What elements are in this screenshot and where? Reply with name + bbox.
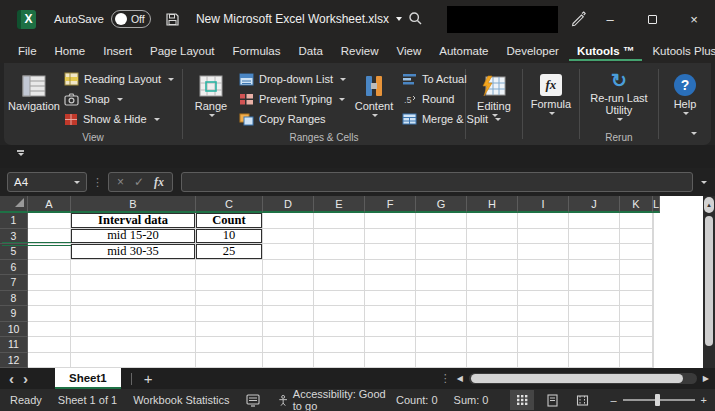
save-icon[interactable] bbox=[165, 12, 180, 27]
column-header-K[interactable]: K bbox=[620, 196, 653, 213]
cell-G5[interactable] bbox=[416, 244, 467, 260]
cancel-entry-icon[interactable]: × bbox=[117, 175, 124, 189]
cell-A5[interactable] bbox=[28, 244, 71, 260]
cell-K9[interactable] bbox=[620, 306, 653, 322]
cell-I3[interactable] bbox=[518, 229, 569, 245]
zoom-in-button[interactable]: + bbox=[701, 394, 707, 406]
row-header-1[interactable]: 1 bbox=[0, 213, 28, 229]
range-button[interactable]: Range bbox=[187, 72, 235, 119]
cell-D3[interactable] bbox=[263, 229, 314, 245]
tab-review[interactable]: Review bbox=[333, 41, 387, 61]
cell-J8[interactable] bbox=[569, 291, 620, 307]
cell-C5[interactable]: 25 bbox=[196, 244, 263, 260]
expand-formula-bar-chevron[interactable] bbox=[701, 181, 707, 184]
column-header-F[interactable]: F bbox=[365, 196, 416, 213]
show-quick-access-toolbar-icon[interactable] bbox=[14, 150, 26, 156]
grip-icon[interactable]: ⋮ bbox=[440, 372, 451, 385]
cell-G3[interactable] bbox=[416, 229, 467, 245]
copy-ranges-button[interactable]: Copy Ranges bbox=[239, 111, 346, 127]
cell-I8[interactable] bbox=[518, 291, 569, 307]
cell-A9[interactable] bbox=[28, 306, 71, 322]
cell-I11[interactable] bbox=[518, 337, 569, 353]
cell-G1[interactable] bbox=[416, 213, 467, 229]
cell-G8[interactable] bbox=[416, 291, 467, 307]
cell-D1[interactable] bbox=[263, 213, 314, 229]
cell-B10[interactable] bbox=[71, 322, 196, 338]
scroll-up-icon[interactable]: ▲ bbox=[704, 197, 714, 213]
dropdown-list-button[interactable]: Drop-down List bbox=[239, 71, 346, 87]
navigation-button[interactable]: Navigation bbox=[8, 72, 60, 114]
cell-L10[interactable] bbox=[653, 322, 654, 338]
row-header-11[interactable]: 11 bbox=[0, 337, 28, 353]
formula-input[interactable] bbox=[181, 172, 693, 192]
status-sheet-count[interactable]: Sheet 1 of 1 bbox=[58, 394, 117, 406]
document-title[interactable]: New Microsoft Excel Worksheet.xlsx bbox=[196, 12, 402, 26]
cell-E1[interactable] bbox=[314, 213, 365, 229]
search-icon[interactable] bbox=[408, 11, 423, 26]
horizontal-scrollbar[interactable] bbox=[469, 373, 697, 384]
cell-I5[interactable] bbox=[518, 244, 569, 260]
cell-F3[interactable] bbox=[365, 229, 416, 245]
cell-E6[interactable] bbox=[314, 260, 365, 276]
prevent-typing-button[interactable]: Prevent Typing bbox=[239, 91, 346, 107]
cell-B11[interactable] bbox=[71, 337, 196, 353]
cell-K3[interactable] bbox=[620, 229, 653, 245]
snap-button[interactable]: Snap bbox=[64, 91, 174, 107]
cell-J11[interactable] bbox=[569, 337, 620, 353]
workbook-statistics-button[interactable]: Workbook Statistics bbox=[133, 394, 229, 406]
horizontal-scroll-thumb[interactable] bbox=[471, 374, 683, 383]
formula-button[interactable]: fx Formula bbox=[527, 72, 575, 117]
cell-A12[interactable] bbox=[28, 353, 71, 369]
cell-C8[interactable] bbox=[196, 291, 263, 307]
cell-B9[interactable] bbox=[71, 306, 196, 322]
cell-F5[interactable] bbox=[365, 244, 416, 260]
cell-K10[interactable] bbox=[620, 322, 653, 338]
cell-B1[interactable]: Interval data bbox=[71, 213, 196, 229]
cell-L1[interactable] bbox=[653, 213, 654, 229]
cell-J12[interactable] bbox=[569, 353, 620, 369]
zoom-slider[interactable] bbox=[623, 399, 695, 401]
cell-F6[interactable] bbox=[365, 260, 416, 276]
cell-A10[interactable] bbox=[28, 322, 71, 338]
cell-D7[interactable] bbox=[263, 275, 314, 291]
cell-F8[interactable] bbox=[365, 291, 416, 307]
cell-D8[interactable] bbox=[263, 291, 314, 307]
tab-insert[interactable]: Insert bbox=[95, 41, 140, 61]
cell-H7[interactable] bbox=[467, 275, 518, 291]
add-sheet-button[interactable]: + bbox=[132, 370, 165, 387]
cell-B5[interactable]: mid 30-35 bbox=[71, 244, 196, 260]
cell-B8[interactable] bbox=[71, 291, 196, 307]
cell-H9[interactable] bbox=[467, 306, 518, 322]
editing-button[interactable]: Editing bbox=[470, 72, 518, 119]
vertical-scroll-thumb[interactable] bbox=[705, 216, 713, 346]
cell-E8[interactable] bbox=[314, 291, 365, 307]
row-header-9[interactable]: 9 bbox=[0, 306, 28, 322]
grip-icon[interactable]: ⋮ bbox=[92, 176, 103, 189]
cell-F11[interactable] bbox=[365, 337, 416, 353]
tab-formulas[interactable]: Formulas bbox=[225, 41, 289, 61]
cell-J1[interactable] bbox=[569, 213, 620, 229]
cell-A11[interactable] bbox=[28, 337, 71, 353]
cell-C3[interactable]: 10 bbox=[196, 229, 263, 245]
scroll-right-icon[interactable]: ▶ bbox=[703, 374, 709, 383]
cell-H3[interactable] bbox=[467, 229, 518, 245]
cell-I9[interactable] bbox=[518, 306, 569, 322]
reading-layout-button[interactable]: Reading Layout bbox=[64, 71, 174, 87]
column-header-H[interactable]: H bbox=[467, 196, 518, 213]
cell-K6[interactable] bbox=[620, 260, 653, 276]
cell-E5[interactable] bbox=[314, 244, 365, 260]
cell-C10[interactable] bbox=[196, 322, 263, 338]
cell-J9[interactable] bbox=[569, 306, 620, 322]
help-button[interactable]: ? Help bbox=[661, 72, 709, 117]
cell-L9[interactable] bbox=[653, 306, 654, 322]
page-layout-view-button[interactable] bbox=[540, 390, 564, 410]
cell-B6[interactable] bbox=[71, 260, 196, 276]
cell-I1[interactable] bbox=[518, 213, 569, 229]
cell-H1[interactable] bbox=[467, 213, 518, 229]
cell-K1[interactable] bbox=[620, 213, 653, 229]
cell-C9[interactable] bbox=[196, 306, 263, 322]
cell-A8[interactable] bbox=[28, 291, 71, 307]
row-header-5[interactable]: 5 bbox=[0, 244, 28, 260]
cell-J3[interactable] bbox=[569, 229, 620, 245]
cell-J6[interactable] bbox=[569, 260, 620, 276]
